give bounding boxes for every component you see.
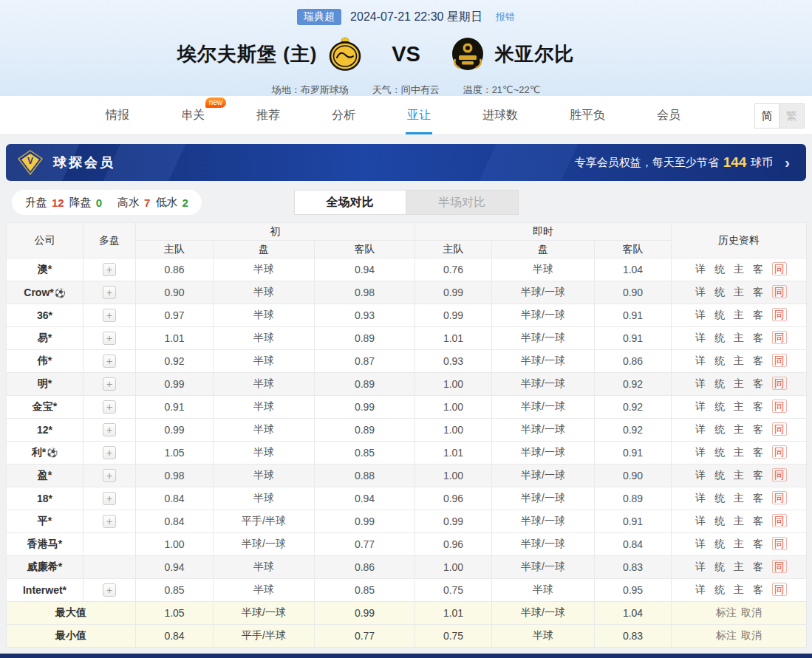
same-league-link[interactable]: 同	[772, 560, 787, 573]
stats-link[interactable]: 统	[714, 263, 725, 275]
stats-link[interactable]: 统	[714, 538, 725, 549]
multi-odds-add-button[interactable]: +	[103, 515, 116, 528]
nav-tab-goals[interactable]: 进球数	[480, 96, 520, 134]
detail-link[interactable]: 详	[695, 377, 706, 389]
home-link[interactable]: 主	[734, 263, 744, 275]
home-link[interactable]: 主	[734, 492, 744, 504]
home-link[interactable]: 主	[734, 423, 744, 435]
same-league-link[interactable]: 同	[772, 583, 787, 596]
home-link[interactable]: 主	[734, 583, 744, 595]
home-link[interactable]: 主	[734, 400, 744, 412]
home-link[interactable]: 主	[734, 446, 744, 458]
same-league-link[interactable]: 同	[772, 377, 787, 390]
company-name[interactable]: 36*	[37, 309, 52, 321]
company-name[interactable]: 易*	[38, 332, 52, 343]
multi-odds-add-button[interactable]: +	[103, 492, 116, 505]
company-name[interactable]: Interwet*	[23, 584, 66, 596]
chevron-right-icon[interactable]: ›	[785, 154, 790, 171]
company-name[interactable]: 明*	[38, 377, 52, 389]
stats-link[interactable]: 统	[714, 492, 725, 504]
cancel-link[interactable]: 取消	[741, 629, 762, 641]
detail-link[interactable]: 详	[695, 423, 706, 435]
nav-tab-vip[interactable]: 会员	[655, 96, 683, 134]
detail-link[interactable]: 详	[695, 332, 706, 343]
detail-link[interactable]: 详	[695, 561, 706, 572]
away-link[interactable]: 客	[753, 309, 763, 321]
same-league-link[interactable]: 同	[772, 468, 787, 481]
detail-link[interactable]: 详	[695, 515, 706, 527]
multi-odds-add-button[interactable]: +	[103, 377, 116, 391]
nav-tab-win-draw-lose[interactable]: 胜平负	[567, 96, 607, 134]
away-link[interactable]: 客	[753, 400, 763, 412]
away-link[interactable]: 客	[753, 377, 763, 389]
detail-link[interactable]: 详	[695, 354, 706, 366]
company-name[interactable]: 金宝*	[33, 400, 57, 412]
multi-odds-add-button[interactable]: +	[103, 309, 116, 322]
mark-link[interactable]: 标注	[716, 606, 737, 618]
away-link[interactable]: 客	[753, 538, 763, 549]
same-league-link[interactable]: 同	[772, 422, 787, 436]
stats-link[interactable]: 统	[714, 446, 725, 458]
away-link[interactable]: 客	[753, 583, 763, 595]
stats-link[interactable]: 统	[714, 469, 725, 481]
company-name[interactable]: 18*	[37, 493, 52, 504]
away-link[interactable]: 客	[753, 332, 763, 343]
detail-link[interactable]: 详	[695, 446, 706, 458]
away-link[interactable]: 客	[753, 263, 763, 275]
away-link[interactable]: 客	[753, 354, 763, 366]
company-name[interactable]: Crow*	[24, 287, 53, 298]
lang-traditional-button[interactable]: 繁	[779, 103, 805, 128]
same-league-link[interactable]: 同	[772, 514, 787, 527]
tab-half-match-compare[interactable]: 半场对比	[406, 190, 519, 215]
nav-tab-recommend[interactable]: 推荐	[254, 96, 282, 134]
same-league-link[interactable]: 同	[772, 491, 787, 504]
same-league-link[interactable]: 同	[772, 400, 787, 413]
company-name[interactable]: 平*	[38, 515, 52, 527]
detail-link[interactable]: 详	[695, 400, 706, 412]
away-link[interactable]: 客	[753, 286, 763, 298]
company-name[interactable]: 12*	[37, 424, 52, 436]
away-link[interactable]: 客	[753, 561, 763, 572]
stats-link[interactable]: 统	[714, 354, 725, 366]
multi-odds-add-button[interactable]: +	[103, 446, 116, 459]
stats-link[interactable]: 统	[714, 583, 725, 595]
stats-link[interactable]: 统	[714, 561, 725, 572]
tab-full-match-compare[interactable]: 全场对比	[294, 190, 406, 215]
nav-tab-parlay[interactable]: 串关new	[179, 96, 207, 134]
multi-odds-add-button[interactable]: +	[103, 583, 116, 597]
detail-link[interactable]: 详	[695, 309, 706, 321]
multi-odds-add-button[interactable]: +	[103, 263, 116, 276]
detail-link[interactable]: 详	[695, 263, 706, 275]
same-league-link[interactable]: 同	[772, 285, 787, 298]
detail-link[interactable]: 详	[695, 469, 706, 481]
same-league-link[interactable]: 同	[772, 308, 787, 321]
stats-link[interactable]: 统	[714, 515, 725, 527]
company-name[interactable]: 伟*	[38, 354, 52, 366]
same-league-link[interactable]: 同	[772, 537, 787, 550]
home-link[interactable]: 主	[734, 332, 744, 343]
report-error-link[interactable]: 报错	[496, 10, 515, 24]
multi-odds-add-button[interactable]: +	[103, 286, 116, 299]
stats-link[interactable]: 统	[714, 286, 725, 298]
cancel-link[interactable]: 取消	[741, 606, 762, 618]
stats-link[interactable]: 统	[714, 400, 725, 412]
stats-link[interactable]: 统	[714, 332, 725, 343]
multi-odds-add-button[interactable]: +	[103, 354, 116, 368]
multi-odds-add-button[interactable]: +	[103, 423, 116, 436]
home-link[interactable]: 主	[734, 538, 744, 549]
company-name[interactable]: 威廉希*	[27, 561, 62, 572]
home-link[interactable]: 主	[734, 377, 744, 389]
company-name[interactable]: 盈*	[38, 469, 52, 481]
league-badge[interactable]: 瑞典超	[297, 9, 341, 25]
detail-link[interactable]: 详	[695, 286, 706, 298]
company-name[interactable]: 澳*	[38, 263, 52, 275]
same-league-link[interactable]: 同	[772, 445, 787, 459]
away-link[interactable]: 客	[753, 515, 763, 527]
detail-link[interactable]: 详	[695, 583, 706, 595]
mark-link[interactable]: 标注	[716, 629, 737, 641]
nav-tab-asian-handicap[interactable]: 亚让	[405, 96, 433, 134]
nav-tab-intel[interactable]: 情报	[103, 96, 132, 134]
company-name[interactable]: 香港马*	[27, 538, 62, 549]
home-link[interactable]: 主	[734, 286, 744, 298]
detail-link[interactable]: 详	[695, 492, 706, 504]
